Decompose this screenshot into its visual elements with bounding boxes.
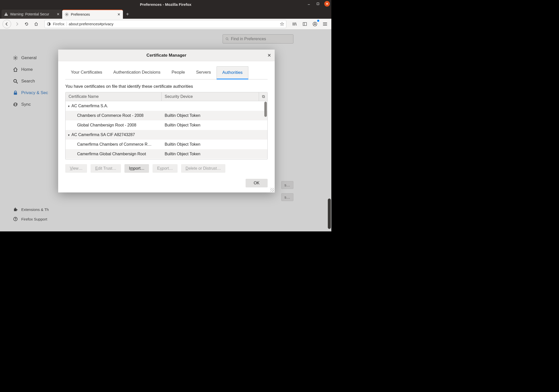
col-header-device[interactable]: Security Device	[162, 92, 259, 101]
column-picker-icon[interactable]: ⧉	[259, 92, 267, 101]
svg-point-23	[314, 23, 316, 24]
url-bar[interactable]: Firefox about:preferences#privacy	[45, 20, 286, 28]
view-button[interactable]: View…	[65, 164, 87, 173]
browser-toolbar: Firefox about:preferences#privacy	[0, 19, 331, 29]
cert-row[interactable]: Chambers of Commerce Root - 2008 Builtin…	[66, 111, 267, 120]
chevron-down-icon: ▾	[68, 133, 70, 137]
svg-line-13	[66, 15, 66, 16]
firefox-shield-icon	[47, 22, 51, 26]
warning-icon	[4, 12, 8, 16]
back-button[interactable]	[3, 20, 11, 28]
dialog-action-row: View… Edit Trust… Import… Export… Delete…	[65, 164, 268, 173]
tab-close-button[interactable]: ✕	[57, 12, 60, 16]
reload-button[interactable]	[23, 20, 30, 28]
cert-row[interactable]: Camerfirma Global Chambersign Root Built…	[66, 149, 267, 159]
cert-table-body[interactable]: ▾ AC Camerfirma S.A. Chambers of Commerc…	[66, 101, 267, 159]
cert-group-row[interactable]: ▾ AC Camerfirma S.A.	[66, 101, 267, 111]
svg-rect-4	[6, 13, 6, 15]
bookmark-star-icon[interactable]	[280, 22, 284, 26]
tab-people[interactable]: People	[166, 66, 190, 79]
tab-servers[interactable]: Servers	[190, 66, 217, 79]
tab-your-certificates[interactable]: Your Certificates	[65, 66, 108, 79]
dialog-header: Certificate Manager ✕	[58, 50, 275, 61]
dialog-close-button[interactable]: ✕	[267, 53, 271, 58]
tab-close-button[interactable]: ✕	[117, 12, 120, 16]
cert-row[interactable]: Camerfirma Chambers of Commerce R… Built…	[66, 140, 267, 149]
browser-tabstrip: Warning: Potential Secur ✕ Preferences ✕…	[0, 9, 331, 19]
svg-line-14	[68, 13, 68, 14]
cert-row[interactable]: Global Chambersign Root - 2008 Builtin O…	[66, 120, 267, 130]
certificate-manager-dialog: Certificate Manager ✕ Your Certificates …	[58, 50, 275, 192]
page-scrollbar-thumb[interactable]	[328, 199, 331, 229]
col-header-name[interactable]: Certificate Name	[66, 92, 162, 101]
svg-line-11	[66, 13, 66, 14]
window-close-button[interactable]	[324, 1, 330, 7]
svg-line-12	[68, 15, 68, 16]
notification-dot-icon	[317, 20, 319, 22]
table-scrollbar-thumb[interactable]	[264, 102, 267, 117]
export-button[interactable]: Export…	[153, 164, 177, 173]
forward-button[interactable]	[13, 20, 21, 28]
svg-rect-20	[303, 23, 307, 26]
dialog-prompt: You have certificates on file that ident…	[65, 84, 268, 89]
resize-handle[interactable]	[270, 188, 274, 192]
urlbar-url: about:preferences#privacy	[69, 22, 278, 26]
tab-label: Preferences	[71, 12, 90, 16]
window-minimize-button[interactable]	[306, 1, 312, 7]
svg-point-6	[66, 14, 67, 15]
browser-content: General Home Search Privacy & Sec Sync	[0, 29, 331, 231]
edit-trust-button[interactable]: Edit Trust…	[91, 164, 121, 173]
library-icon[interactable]	[291, 20, 298, 28]
tab-authorities[interactable]: Authorities	[217, 66, 248, 79]
ok-button[interactable]: OK	[246, 179, 268, 187]
tab-warning[interactable]: Warning: Potential Secur ✕	[2, 10, 62, 19]
cert-table: Certificate Name Security Device ⧉ ▾ AC …	[65, 92, 268, 160]
new-tab-button[interactable]: +	[123, 10, 132, 19]
cert-tabs: Your Certificates Authentication Decisio…	[65, 66, 268, 79]
svg-line-19	[296, 23, 296, 26]
svg-rect-5	[6, 15, 6, 15]
dialog-title: Certificate Manager	[146, 53, 186, 58]
account-icon[interactable]	[311, 20, 319, 28]
tab-auth-decisions[interactable]: Authentication Decisions	[108, 66, 166, 79]
gear-icon	[65, 12, 69, 16]
delete-button[interactable]: Delete or Distrust…	[181, 164, 226, 173]
urlbar-brand: Firefox	[53, 22, 67, 26]
home-button[interactable]	[32, 20, 40, 28]
tab-label: Warning: Potential Secur	[10, 12, 49, 16]
tab-preferences[interactable]: Preferences ✕	[62, 10, 123, 19]
sidebar-toggle-icon[interactable]	[301, 20, 309, 28]
window-maximize-button[interactable]	[315, 1, 321, 7]
import-button[interactable]: Import…	[124, 164, 149, 173]
cert-group-row[interactable]: ▾ AC Camerfirma SA CIF A82743287	[66, 130, 267, 140]
chevron-down-icon: ▾	[68, 104, 70, 108]
window-titlebar: Preferences - Mozilla Firefox	[0, 0, 331, 9]
svg-rect-1	[317, 3, 319, 5]
menu-button[interactable]	[321, 20, 329, 28]
cert-table-header: Certificate Name Security Device ⧉	[66, 92, 267, 101]
window-title: Preferences - Mozilla Firefox	[140, 2, 191, 7]
